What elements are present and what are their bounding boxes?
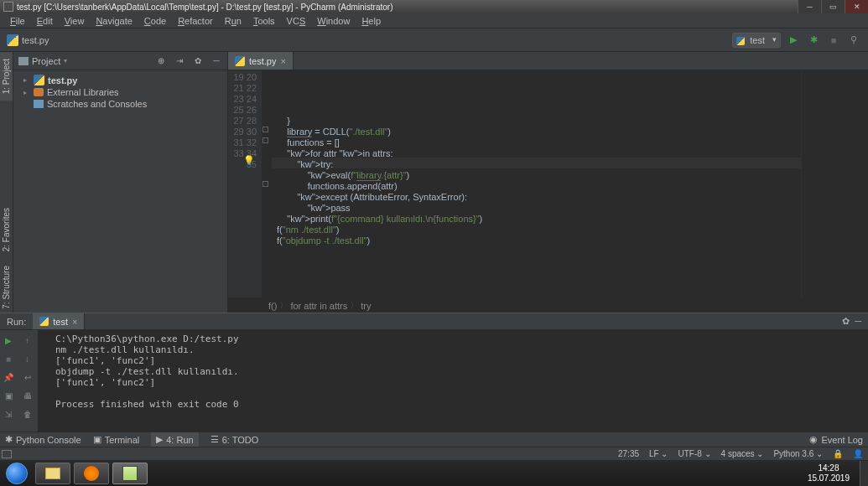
navigation-bar: test.py test ▶ ✱ ■ ⚲	[0, 28, 868, 52]
scratch-icon	[34, 100, 44, 108]
intention-bulb-icon[interactable]: 💡	[243, 155, 255, 166]
project-tree[interactable]: ▸test.py ▸External Libraries Scratches a…	[13, 70, 227, 113]
close-tab-icon[interactable]: ×	[280, 56, 285, 66]
editor-tabs: test.py ×	[228, 52, 868, 70]
window-titlebar: test.py [C:\Users\tanberk\AppData\Local\…	[0, 0, 868, 13]
code-editor[interactable]: 19 20 21 22 23 24 25 26 27 28 29 30 31 3…	[228, 70, 868, 297]
windows-taskbar: 14:28 15.07.2019	[0, 460, 868, 486]
stop-button[interactable]: ■	[826, 33, 841, 48]
python-file-icon	[39, 317, 49, 326]
run-config-selector[interactable]: test	[732, 33, 781, 48]
run-console[interactable]: C:\Python36\python.exe D:/test.py nm ./t…	[39, 330, 868, 432]
menu-code[interactable]: Code	[139, 14, 171, 28]
tool-windows-icon[interactable]	[2, 450, 12, 458]
stop-run-button[interactable]: ■	[2, 352, 15, 365]
tool-todo[interactable]: ☰ 6: TODO	[211, 434, 259, 445]
editor-breadcrumb[interactable]: f()〉 for attr in attrs〉 try	[228, 297, 868, 313]
debug-button[interactable]: ✱	[806, 33, 821, 48]
project-tool-window: Project ▾ ⊕ ⇥ ✿ ─ ▸test.py ▸External Lib…	[13, 52, 228, 313]
menu-navigate[interactable]: Navigate	[91, 14, 137, 28]
sidetab-project[interactable]: 1: Project	[0, 52, 13, 101]
maximize-button[interactable]: ▭	[821, 0, 845, 13]
pin-icon[interactable]: 📌	[2, 370, 15, 384]
menu-file[interactable]: File	[5, 14, 30, 28]
cursor-position[interactable]: 27:35	[618, 449, 639, 458]
python-file-icon	[235, 56, 245, 66]
library-icon	[34, 88, 44, 96]
left-tool-stripe: 1: Project 2: Favorites 7: Structure	[0, 52, 13, 313]
main-menu: File Edit View Navigate Code Refactor Ru…	[0, 13, 868, 28]
locate-icon[interactable]: ⊕	[155, 55, 167, 67]
windows-orb-icon	[6, 463, 28, 484]
sidetab-favorites[interactable]: 2: Favorites	[0, 201, 13, 258]
explorer-icon	[45, 468, 60, 479]
menu-window[interactable]: Window	[312, 14, 355, 28]
close-button[interactable]: ✕	[845, 0, 868, 13]
python-file-icon	[34, 75, 44, 85]
tool-terminal[interactable]: ▣ Terminal	[93, 434, 140, 445]
status-bar: 27:35 LF ⌄ UTF-8 ⌄ 4 spaces ⌄ Python 3.6…	[0, 447, 868, 460]
task-explorer[interactable]	[35, 463, 70, 484]
menu-vcs[interactable]: VCS	[282, 14, 311, 28]
firefox-icon	[84, 466, 99, 481]
tool-python-console[interactable]: ✱ Python Console	[5, 434, 81, 445]
window-title: test.py [C:\Users\tanberk\AppData\Local\…	[17, 3, 798, 12]
close-tab-icon[interactable]: ×	[72, 317, 77, 327]
line-gutter: 19 20 21 22 23 24 25 26 27 28 29 30 31 3…	[228, 70, 262, 297]
bottom-tool-stripe: ✱ Python Console ▣ Terminal ▶ 4: Run ☰ 6…	[0, 432, 868, 447]
tree-item-external-libraries[interactable]: ▸External Libraries	[13, 86, 227, 98]
file-encoding[interactable]: UTF-8 ⌄	[678, 449, 710, 458]
project-view-selector[interactable]: Project ▾	[18, 56, 67, 66]
search-everywhere-icon[interactable]: ⚲	[846, 33, 861, 48]
menu-tools[interactable]: Tools	[248, 14, 280, 28]
collapse-icon[interactable]: ⇥	[174, 55, 185, 67]
pycharm-icon	[122, 466, 138, 481]
fold-column[interactable]: - - -	[262, 70, 272, 297]
down-icon[interactable]: ↓	[21, 352, 34, 365]
python-file-icon	[7, 34, 18, 46]
run-side-actions: ▶ ■ 📌 ▣ ⇲	[0, 330, 17, 432]
tool-event-log[interactable]: ◉ Event Log	[809, 434, 863, 445]
minimize-button[interactable]: ─	[798, 0, 821, 13]
attach-icon[interactable]: ⇲	[2, 407, 15, 421]
tree-item-scratches[interactable]: Scratches and Consoles	[13, 98, 227, 110]
crumb-file: test.py	[22, 35, 49, 45]
trash-icon[interactable]: 🗑	[21, 407, 34, 421]
tray-clock[interactable]: 14:28 15.07.2019	[801, 462, 856, 485]
menu-refactor[interactable]: Refactor	[173, 14, 218, 28]
run-tab-test[interactable]: test ×	[33, 313, 85, 329]
rerun-button[interactable]: ▶	[2, 333, 15, 347]
wrap-icon[interactable]: ↩	[21, 370, 34, 384]
menu-help[interactable]: Help	[356, 14, 386, 28]
hide-icon[interactable]: ─	[211, 55, 222, 67]
hector-icon[interactable]: 👤	[853, 449, 863, 458]
folder-icon	[18, 57, 29, 65]
nav-crumb[interactable]: test.py	[7, 34, 49, 46]
print-icon[interactable]: 🖶	[21, 389, 34, 402]
editor-tab-testpy[interactable]: test.py ×	[228, 52, 294, 70]
tree-item-testpy[interactable]: ▸test.py	[13, 74, 227, 86]
layout-icon[interactable]: ▣	[2, 389, 15, 402]
tool-run[interactable]: ▶ 4: Run	[151, 432, 198, 447]
show-desktop-button[interactable]	[860, 461, 868, 486]
sidetab-structure[interactable]: 7: Structure	[0, 259, 13, 316]
editor-right-margin	[801, 70, 868, 297]
run-label: Run:	[0, 317, 33, 327]
settings-icon[interactable]: ✿	[192, 55, 204, 67]
run-button[interactable]: ▶	[786, 33, 801, 48]
menu-view[interactable]: View	[60, 14, 90, 28]
indent-settings[interactable]: 4 spaces ⌄	[721, 449, 764, 458]
run-tool-window: Run: test × ✿ ─ ▶ ■ 📌 ▣ ⇲ ↑ ↓ ↩ 🖶 🗑 C:\P…	[0, 313, 868, 432]
settings-icon[interactable]: ✿	[842, 316, 850, 327]
up-icon[interactable]: ↑	[21, 333, 34, 347]
hide-icon[interactable]: ─	[855, 316, 861, 327]
task-firefox[interactable]	[74, 463, 109, 484]
menu-run[interactable]: Run	[220, 14, 247, 28]
task-pycharm[interactable]	[112, 463, 148, 484]
menu-edit[interactable]: Edit	[32, 14, 58, 28]
line-ending[interactable]: LF ⌄	[649, 449, 668, 458]
interpreter[interactable]: Python 3.6 ⌄	[773, 449, 823, 458]
editor-area: test.py × 19 20 21 22 23 24 25 26 27 28 …	[228, 52, 868, 313]
lock-icon[interactable]: 🔒	[833, 449, 843, 458]
start-button[interactable]	[2, 462, 32, 485]
